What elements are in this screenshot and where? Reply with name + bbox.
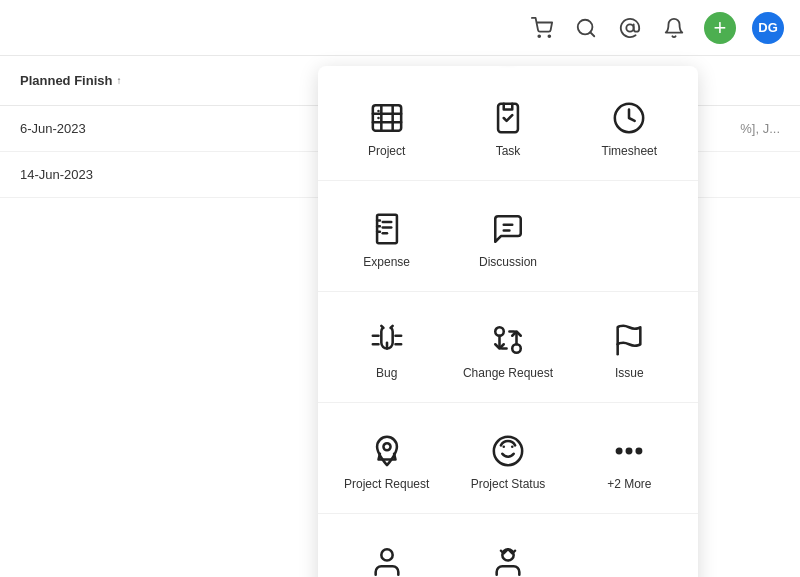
discussion-icon: [488, 209, 528, 249]
add-button[interactable]: +: [704, 12, 736, 44]
date-cell: 6-Jun-2023: [20, 121, 86, 136]
change-request-icon: [488, 320, 528, 360]
svg-point-0: [538, 35, 540, 37]
menu-item-task[interactable]: Task: [449, 86, 566, 170]
menu-item-user[interactable]: User: [328, 530, 445, 577]
menu-item-timesheet[interactable]: Timesheet: [571, 86, 688, 170]
empty-cell: [571, 197, 688, 281]
menu-section-2: Expense Discussion: [318, 180, 698, 291]
client-icon: [488, 542, 528, 577]
menu-item-bug[interactable]: Bug: [328, 308, 445, 392]
svg-point-20: [618, 449, 621, 452]
empty-bottom-cell: [571, 530, 688, 577]
menu-item-discussion[interactable]: Discussion: [449, 197, 566, 281]
user-icon: [367, 542, 407, 577]
topbar: + DG: [0, 0, 800, 56]
more-icon: [609, 431, 649, 471]
issue-icon: [609, 320, 649, 360]
svg-point-4: [626, 24, 633, 31]
svg-rect-8: [377, 215, 397, 243]
menu-section-4: Project Request Project Status: [318, 402, 698, 513]
dropdown-menu: Project Task Timesheet: [318, 66, 698, 577]
project-request-icon: [367, 431, 407, 471]
menu-section-1: Project Task Timesheet: [318, 66, 698, 180]
bug-icon: [367, 320, 407, 360]
avatar[interactable]: DG: [752, 12, 784, 44]
menu-item-client[interactable]: Client: [449, 530, 566, 577]
menu-item-more[interactable]: +2 More: [571, 419, 688, 503]
discussion-label: Discussion: [479, 255, 537, 269]
menu-item-change-request[interactable]: Change Request: [449, 308, 566, 392]
extra-cell: %], J...: [740, 121, 780, 136]
timesheet-label: Timesheet: [602, 144, 658, 158]
bug-label: Bug: [376, 366, 397, 380]
bell-icon[interactable]: [660, 14, 688, 42]
sort-icon: ↑: [116, 75, 121, 86]
expense-label: Expense: [363, 255, 410, 269]
menu-section-bottom: User Client: [318, 513, 698, 577]
menu-item-issue[interactable]: Issue: [571, 308, 688, 392]
menu-item-project[interactable]: Project: [328, 86, 445, 170]
planned-finish-header: Planned Finish ↑: [20, 73, 121, 88]
project-label: Project: [368, 144, 405, 158]
expense-icon: [367, 209, 407, 249]
task-label: Task: [496, 144, 521, 158]
menu-section-3: Bug Change Request: [318, 291, 698, 402]
more-label: +2 More: [607, 477, 651, 491]
project-status-icon: [488, 431, 528, 471]
svg-point-24: [502, 549, 513, 560]
svg-point-21: [628, 449, 631, 452]
svg-point-1: [548, 35, 550, 37]
menu-item-expense[interactable]: Expense: [328, 197, 445, 281]
timesheet-icon: [609, 98, 649, 138]
change-request-label: Change Request: [463, 366, 553, 380]
svg-point-16: [383, 443, 390, 450]
project-icon: [367, 98, 407, 138]
svg-point-22: [638, 449, 641, 452]
cart-icon[interactable]: [528, 14, 556, 42]
at-icon[interactable]: [616, 14, 644, 42]
menu-item-project-status[interactable]: Project Status: [449, 419, 566, 503]
svg-point-23: [381, 549, 392, 560]
issue-label: Issue: [615, 366, 644, 380]
project-status-label: Project Status: [471, 477, 546, 491]
svg-line-3: [590, 32, 594, 36]
svg-rect-5: [372, 105, 400, 131]
search-icon[interactable]: [572, 14, 600, 42]
project-request-label: Project Request: [344, 477, 429, 491]
menu-item-project-request[interactable]: Project Request: [328, 419, 445, 503]
date-cell: 14-Jun-2023: [20, 167, 93, 182]
task-icon: [488, 98, 528, 138]
